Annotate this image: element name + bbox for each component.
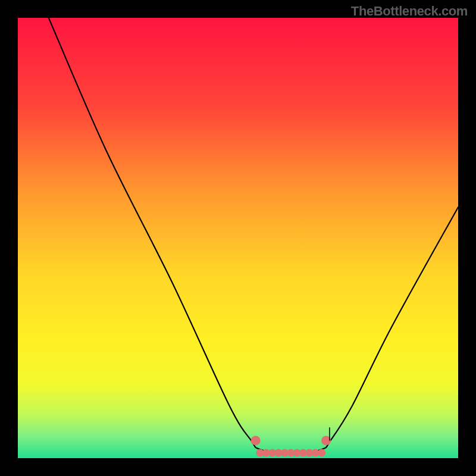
bottleneck-chart	[18, 18, 458, 458]
svg-point-0	[251, 436, 261, 445]
gradient-background	[18, 18, 458, 458]
watermark-text: TheBottleneck.com	[351, 4, 468, 19]
plot-area	[18, 18, 458, 458]
chart-frame: TheBottleneck.com	[0, 0, 476, 476]
svg-point-12	[318, 449, 325, 457]
